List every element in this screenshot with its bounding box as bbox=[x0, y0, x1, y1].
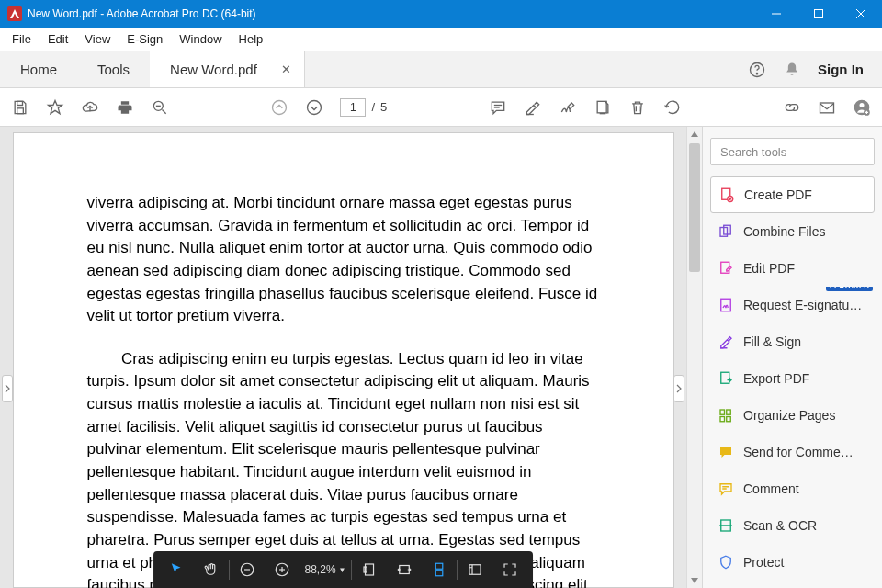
fill-sign-icon bbox=[718, 334, 734, 350]
tab-document[interactable]: New Word.pdf ✕ bbox=[150, 51, 305, 87]
close-button[interactable] bbox=[840, 0, 882, 28]
fit-page-icon[interactable] bbox=[352, 551, 387, 588]
sign-icon[interactable] bbox=[559, 98, 577, 117]
tool-comment-icon bbox=[718, 481, 734, 497]
comment-icon[interactable] bbox=[489, 98, 507, 117]
link-icon[interactable] bbox=[783, 98, 801, 117]
vertical-scrollbar[interactable] bbox=[686, 127, 702, 588]
menu-view[interactable]: View bbox=[76, 30, 119, 48]
paragraph-1: viverra adipiscing at. Morbi tincidunt o… bbox=[87, 192, 600, 328]
page-up-icon[interactable] bbox=[270, 98, 288, 117]
svg-rect-7 bbox=[17, 107, 24, 113]
svg-point-12 bbox=[308, 100, 322, 114]
zoom-out-float-icon[interactable] bbox=[230, 551, 265, 588]
page-navigation: 1 / 5 bbox=[340, 98, 387, 117]
menu-help[interactable]: Help bbox=[231, 30, 272, 48]
svg-point-11 bbox=[273, 100, 287, 114]
rotate-icon[interactable] bbox=[663, 98, 682, 117]
minimize-button[interactable] bbox=[755, 0, 797, 28]
toolbar: 1 / 5 bbox=[0, 88, 882, 127]
maximize-button[interactable] bbox=[797, 0, 840, 28]
svg-rect-30 bbox=[436, 571, 444, 576]
protect-icon bbox=[718, 554, 734, 571]
svg-rect-16 bbox=[597, 101, 606, 113]
help-icon[interactable] bbox=[748, 61, 766, 79]
scroll-up-arrow[interactable] bbox=[687, 127, 702, 141]
menu-edit[interactable]: Edit bbox=[40, 30, 76, 48]
svg-point-19 bbox=[859, 103, 864, 107]
menu-file[interactable]: File bbox=[4, 30, 40, 48]
fullscreen-icon[interactable] bbox=[492, 551, 527, 588]
select-tool-icon[interactable] bbox=[159, 551, 194, 588]
tool-export-pdf[interactable]: Export PDF bbox=[710, 360, 875, 397]
tool-protect[interactable]: Protect bbox=[710, 544, 875, 581]
svg-rect-28 bbox=[400, 566, 410, 574]
close-tab-icon[interactable]: ✕ bbox=[281, 62, 291, 76]
stamp-icon[interactable] bbox=[594, 98, 612, 117]
zoom-level[interactable]: 88,2%▼ bbox=[300, 563, 352, 576]
zoom-in-float-icon[interactable] bbox=[265, 551, 300, 588]
window-titlebar: New Word.pdf - Adobe Acrobat Pro DC (64-… bbox=[0, 0, 882, 28]
scrolling-icon[interactable] bbox=[422, 551, 457, 588]
svg-rect-43 bbox=[727, 417, 731, 422]
search-tools-input[interactable]: Search tools bbox=[710, 138, 875, 165]
trash-icon[interactable] bbox=[628, 98, 647, 117]
tool-comment[interactable]: Comment bbox=[710, 470, 875, 507]
edit-pdf-icon bbox=[718, 260, 734, 277]
page-down-icon[interactable] bbox=[305, 98, 323, 117]
tool-more[interactable] bbox=[710, 581, 875, 588]
tool-scan-ocr[interactable]: Scan & OCR bbox=[710, 507, 875, 544]
tab-tools[interactable]: Tools bbox=[77, 51, 150, 87]
hand-tool-icon[interactable] bbox=[194, 551, 229, 588]
scroll-thumb[interactable] bbox=[689, 143, 700, 272]
tool-combine-files[interactable]: Combine Files bbox=[710, 213, 875, 250]
svg-rect-42 bbox=[720, 417, 725, 422]
tool-organize-pages[interactable]: Organize Pages bbox=[710, 397, 875, 434]
save-icon[interactable] bbox=[11, 98, 29, 117]
tool-create-pdf[interactable]: Create PDF bbox=[710, 176, 875, 213]
menu-esign[interactable]: E-Sign bbox=[119, 30, 171, 48]
tab-home[interactable]: Home bbox=[0, 51, 77, 87]
svg-rect-41 bbox=[727, 410, 731, 414]
svg-rect-31 bbox=[469, 565, 481, 575]
bell-icon[interactable] bbox=[783, 61, 801, 79]
svg-rect-40 bbox=[720, 410, 725, 414]
document-page: viverra adipiscing at. Morbi tincidunt o… bbox=[13, 132, 674, 588]
scan-icon bbox=[718, 517, 734, 534]
cloud-icon[interactable] bbox=[81, 98, 99, 117]
menu-window[interactable]: Window bbox=[171, 30, 230, 48]
signin-button[interactable]: Sign In bbox=[818, 62, 864, 77]
featured-badge: FEATURED bbox=[826, 287, 873, 291]
star-icon[interactable] bbox=[46, 98, 64, 117]
zoom-out-icon[interactable] bbox=[151, 98, 169, 117]
page-total: 5 bbox=[380, 100, 387, 114]
tool-request-signatures[interactable]: FEATURED Request E-signatu… bbox=[710, 287, 875, 323]
right-panel-toggle[interactable] bbox=[673, 375, 684, 402]
print-icon[interactable] bbox=[116, 98, 134, 117]
svg-rect-17 bbox=[820, 103, 833, 113]
tool-fill-sign[interactable]: Fill & Sign bbox=[710, 323, 875, 360]
scroll-down-arrow[interactable] bbox=[687, 573, 702, 588]
tools-panel: Search tools Create PDF Combine Files Ed… bbox=[702, 127, 882, 588]
svg-rect-37 bbox=[721, 299, 731, 311]
request-sign-icon bbox=[718, 297, 734, 313]
svg-rect-6 bbox=[17, 101, 23, 105]
tool-send-comments[interactable]: Send for Comme… bbox=[710, 434, 875, 470]
svg-rect-29 bbox=[436, 563, 444, 569]
left-panel-toggle[interactable] bbox=[2, 375, 13, 402]
highlight-icon[interactable] bbox=[524, 98, 542, 117]
mail-icon[interactable] bbox=[818, 98, 836, 117]
document-area[interactable]: viverra adipiscing at. Morbi tincidunt o… bbox=[0, 127, 686, 588]
fit-width-icon[interactable] bbox=[387, 551, 422, 588]
share-profile-icon[interactable] bbox=[853, 98, 871, 117]
floating-toolbar: 88,2%▼ bbox=[153, 551, 534, 588]
app-icon bbox=[7, 6, 22, 21]
read-mode-icon[interactable] bbox=[458, 551, 492, 588]
create-pdf-icon bbox=[718, 187, 735, 203]
tool-edit-pdf[interactable]: Edit PDF bbox=[710, 250, 875, 287]
svg-rect-39 bbox=[721, 372, 729, 383]
organize-icon bbox=[718, 407, 734, 424]
svg-point-5 bbox=[756, 73, 757, 74]
page-number-input[interactable]: 1 bbox=[340, 98, 366, 117]
send-comment-icon bbox=[718, 444, 734, 460]
